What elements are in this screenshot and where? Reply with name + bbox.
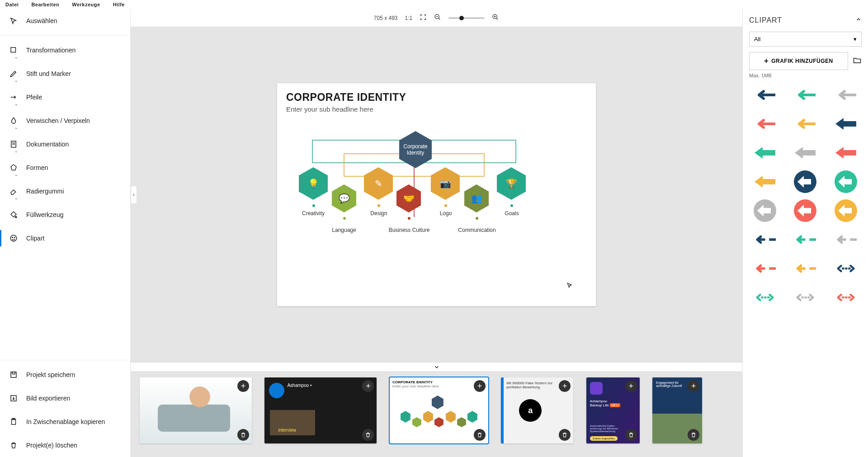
svg-rect-24 (850, 238, 857, 241)
thumb-delete-icon[interactable] (559, 429, 571, 441)
node-language: Language (321, 227, 367, 233)
svg-rect-27 (842, 268, 844, 269)
tool-arrows-label: Pfeile (26, 94, 42, 101)
clipart-item[interactable] (793, 174, 817, 189)
slide-subtitle: Enter your sub headline here (286, 105, 587, 113)
clipart-item[interactable] (834, 203, 858, 218)
thumb-1[interactable]: + (140, 377, 252, 443)
svg-rect-38 (848, 297, 850, 298)
fill-icon (9, 210, 18, 219)
clipart-item[interactable] (834, 145, 858, 160)
zoom-in-icon[interactable] (492, 14, 499, 22)
clipart-item[interactable] (793, 116, 817, 132)
thumb-add-icon[interactable]: + (362, 380, 374, 392)
action-save-project[interactable]: Projekt speichern (0, 363, 130, 386)
tool-transform[interactable]: ⌄ Transformationen (0, 38, 130, 62)
clipart-item[interactable] (834, 232, 858, 247)
tool-clipart[interactable]: Clipart (0, 226, 130, 250)
tool-arrows[interactable]: ⌄ Pfeile (0, 85, 130, 109)
tool-pen[interactable]: ⌄ Stift und Marker (0, 62, 130, 85)
thumb-delete-icon[interactable] (688, 429, 699, 441)
svg-rect-25 (769, 267, 776, 270)
svg-rect-34 (805, 297, 807, 298)
clipart-item[interactable] (753, 174, 777, 189)
action-export[interactable]: Bild exportieren (0, 386, 130, 410)
clipart-item[interactable] (834, 261, 858, 276)
node-culture: Business Culture (387, 227, 432, 233)
tool-shapes-label: Formen (26, 164, 48, 171)
thumb-add-icon[interactable]: + (237, 380, 249, 392)
zoom-out-icon[interactable] (434, 14, 441, 22)
clipart-item[interactable] (793, 232, 817, 247)
chevron-up-icon (855, 16, 862, 24)
thumb-add-icon[interactable]: + (688, 380, 699, 392)
action-export-label: Bild exportieren (26, 395, 70, 402)
thumb-add-icon[interactable]: + (625, 380, 637, 392)
menu-edit[interactable]: Bearbeiten (31, 2, 59, 7)
clipart-item[interactable] (793, 87, 817, 103)
thumb-4[interactable]: Mit 900000 Fake-Testern zurperfekten Bew… (501, 377, 573, 443)
clipart-item[interactable] (753, 87, 777, 103)
tool-eraser[interactable]: ⌄ Radiergummi (0, 179, 130, 203)
zoom-slider[interactable] (448, 17, 485, 19)
action-delete-label: Projekt(e) löschen (26, 442, 77, 449)
clipart-item[interactable] (793, 145, 817, 160)
thumb-delete-icon[interactable] (362, 429, 374, 441)
tool-shapes[interactable]: ⌄ Formen (0, 156, 130, 179)
tray-toggle[interactable] (131, 362, 742, 371)
thumb-5[interactable]: AshampooBackup Lite NEU Automatische Dat… (586, 377, 640, 443)
add-graphic-button[interactable]: + GRAFIK HINZUFÜGEN (749, 52, 848, 70)
clipart-filter-dropdown[interactable]: All ▾ (749, 32, 862, 47)
clipart-item[interactable] (793, 290, 817, 305)
caret-down-icon: ▾ (854, 36, 857, 42)
tool-doc[interactable]: ⌄ Dokumentation (0, 132, 130, 156)
clipart-panel-title[interactable]: CLIPART (749, 16, 862, 24)
thumb-6[interactable]: Engagement fürachhaltige Zukunft + (652, 377, 702, 443)
thumb-3[interactable]: CORPORATE IDENTITYEnter your sub headlin… (390, 377, 488, 443)
clipart-item[interactable] (753, 145, 777, 160)
action-delete-projects[interactable]: Projekt(e) löschen (0, 433, 130, 457)
clipart-item[interactable] (834, 87, 858, 103)
blur-icon: ⌄ (9, 116, 18, 125)
fit-screen-icon[interactable] (420, 14, 427, 22)
clipart-item[interactable] (753, 261, 777, 276)
thumb-add-icon[interactable]: + (559, 380, 571, 392)
eraser-icon: ⌄ (9, 187, 18, 196)
thumb-delete-icon[interactable] (474, 429, 486, 441)
folder-icon[interactable] (853, 56, 862, 66)
menu-file[interactable]: Datei (5, 2, 19, 7)
cursor-icon (9, 16, 18, 25)
canvas-area[interactable]: ‹ CORPORATE IDENTITY Enter your sub head… (131, 27, 742, 362)
thumb-2[interactable]: Ashampoo • interview + (264, 377, 377, 443)
svg-point-3 (15, 217, 17, 218)
clipart-item[interactable] (834, 116, 858, 132)
svg-rect-30 (761, 297, 763, 298)
thumb-delete-icon[interactable] (237, 429, 249, 441)
clipart-item[interactable] (834, 290, 858, 305)
menu-tools[interactable]: Werkzeuge (72, 2, 100, 7)
action-copy-clipboard[interactable]: In Zwischenablage kopieren (0, 410, 130, 433)
tool-select[interactable]: Auswählen (0, 9, 130, 33)
clipart-item[interactable] (753, 203, 777, 218)
export-icon (9, 394, 18, 403)
tool-fill[interactable]: Füllwerkzeug (0, 203, 130, 226)
thumb-add-icon[interactable]: + (474, 380, 486, 392)
arrow-icon: ⌄ (9, 93, 18, 102)
svg-rect-29 (848, 268, 850, 269)
node-creativity: Creativity (291, 210, 336, 217)
svg-rect-36 (842, 297, 844, 298)
canvas-ratio: 1:1 (405, 15, 413, 21)
menu-help[interactable]: Hilfe (113, 2, 125, 7)
tool-transform-label: Transformationen (26, 47, 75, 54)
clipart-item[interactable] (793, 261, 817, 276)
save-icon (9, 370, 18, 379)
clipart-item[interactable] (793, 203, 817, 218)
thumb-delete-icon[interactable] (625, 429, 637, 441)
clipart-item[interactable] (834, 174, 858, 189)
collapse-sidebar-button[interactable]: ‹ (131, 186, 137, 204)
clipart-item[interactable] (753, 116, 777, 132)
clipart-item[interactable] (753, 290, 777, 305)
clipart-item[interactable] (753, 232, 777, 247)
trash-icon (9, 441, 18, 450)
tool-blur[interactable]: ⌄ Verwischen / Verpixeln (0, 109, 130, 132)
